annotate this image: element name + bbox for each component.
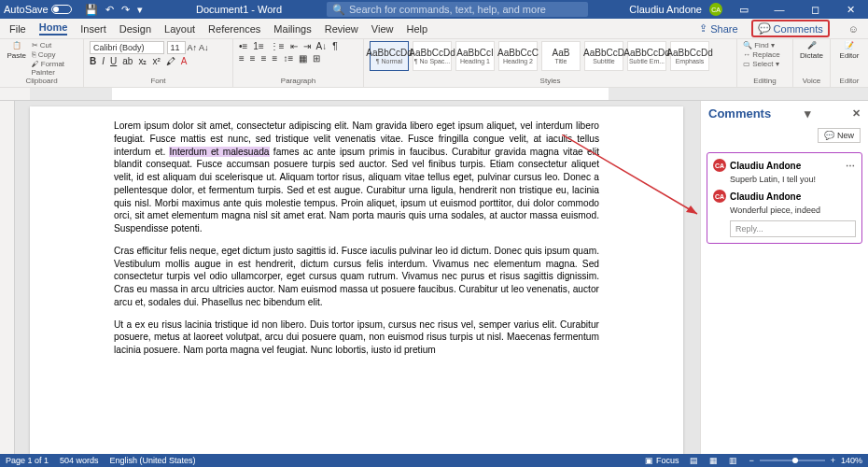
save-icon[interactable]: 💾 [85,4,98,16]
user-avatar[interactable]: CA [709,3,722,16]
select-button[interactable]: ▭ Select ▾ [743,60,780,68]
style-item[interactable]: AaBbCcCHeading 2 [498,41,538,71]
shrink-font-icon[interactable]: A↓ [199,43,209,52]
zoom-in-icon[interactable]: + [831,456,835,465]
tab-file[interactable]: File [9,23,26,35]
body-paragraph[interactable]: Ut a ex eu risus lacinia tristique id no… [114,318,599,357]
comment-author: Claudiu Andone [730,191,801,202]
show-marks-button[interactable]: ¶ [332,41,337,51]
indent-inc-button[interactable]: ⇥ [303,41,311,51]
line-spacing-button[interactable]: ↕≡ [283,53,293,64]
share-button[interactable]: ⇪Share [699,22,737,35]
style-item[interactable]: AaBbCcIHeading 1 [455,41,495,71]
align-left-button[interactable]: ≡ [239,53,245,64]
style-item[interactable]: AaBbCcDd¶ Normal [370,41,409,71]
view-print-icon[interactable]: ▦ [709,456,718,465]
zoom-slider[interactable] [760,460,825,461]
zoom-out-icon[interactable]: − [749,456,753,465]
minimize-icon[interactable]: — [765,4,793,15]
user-name[interactable]: Claudiu Andone [629,4,702,15]
borders-button[interactable]: ⊞ [313,53,320,64]
chevron-down-icon[interactable]: ▾ [805,106,811,120]
strike-button[interactable]: ab [122,56,133,66]
editor-icon: 📝 [845,41,854,50]
tab-mailings[interactable]: Mailings [273,23,311,35]
align-right-button[interactable]: ≡ [261,53,267,64]
style-item[interactable]: AaBbCcDd¶ No Spac... [413,41,452,71]
comments-button[interactable]: 💬Comments [751,20,830,37]
font-size-combo[interactable]: 11 [167,41,186,54]
indent-dec-button[interactable]: ⇤ [290,41,298,51]
body-paragraph[interactable]: Cras efficitur felis neque, eget dictum … [114,245,599,309]
focus-mode-button[interactable]: ▣ Focus [645,456,679,465]
comment-author: Claudiu Andone [730,161,801,171]
tab-home[interactable]: Home [39,21,68,35]
multilevel-button[interactable]: ⋮≡ [270,41,285,51]
replace-button[interactable]: ↔ Replace [743,50,780,59]
comment-text: Superb Latin, I tell you! [730,175,856,184]
group-voice-label: Voice [799,77,824,85]
style-item[interactable]: AaBbCcDdEmphasis [670,41,709,71]
tab-design[interactable]: Design [119,23,151,35]
paste-button[interactable]: 📋 Paste [6,41,28,60]
tab-layout[interactable]: Layout [164,23,195,35]
document-page[interactable]: Lorem ipsum dolor sit amet, consectetur … [30,106,683,454]
grow-font-icon[interactable]: A↑ [188,43,198,52]
style-item[interactable]: AaBTitle [541,41,581,71]
subscript-button[interactable]: x₂ [138,56,147,66]
horizontal-ruler[interactable] [0,88,868,101]
zoom-control[interactable]: − + 140% [749,456,862,465]
reply-input[interactable]: Reply... [730,220,856,237]
align-center-button[interactable]: ≡ [250,53,256,64]
commented-text[interactable]: Interdum et malesuada [169,147,269,157]
underline-button[interactable]: U [110,56,117,66]
highlight-button[interactable]: 🖍 [166,56,175,66]
new-comment-button[interactable]: 💬New [818,128,861,143]
tab-view[interactable]: View [371,23,394,35]
style-item[interactable]: AaBbCcDdSubtle Em... [627,41,666,71]
close-pane-icon[interactable]: ✕ [852,107,861,120]
vertical-ruler[interactable] [0,101,15,454]
bullets-button[interactable]: •≡ [239,41,247,51]
bold-button[interactable]: B [90,56,96,66]
font-name-combo[interactable]: Calibri (Body) [90,41,164,54]
cut-button[interactable]: ✂ Cut [32,41,77,50]
view-read-icon[interactable]: ▤ [690,456,698,465]
zoom-level[interactable]: 140% [841,456,862,465]
dictate-button[interactable]: 🎤Dictate [799,41,824,60]
comment-menu-icon[interactable]: ⋯ [846,161,856,171]
undo-icon[interactable]: ↶ [105,4,114,16]
justify-button[interactable]: ≡ [273,53,278,64]
body-paragraph[interactable]: Lorem ipsum dolor sit amet, consectetur … [114,120,599,235]
page-indicator[interactable]: Page 1 of 1 [6,456,49,465]
ribbon-options-icon[interactable]: ▭ [730,4,758,16]
style-item[interactable]: AaBbCcDSubtitle [584,41,623,71]
feedback-icon[interactable]: ☺ [848,23,859,35]
font-color-button[interactable]: A [181,56,188,66]
shading-button[interactable]: ▦ [299,53,307,64]
search-box[interactable]: 🔍 Search for commands, text, help, and m… [327,2,588,17]
redo-icon[interactable]: ↷ [121,4,130,16]
italic-button[interactable]: I [102,56,105,66]
format-painter-button[interactable]: 🖌 Format Painter [32,60,77,77]
tab-insert[interactable]: Insert [80,23,106,35]
maximize-icon[interactable]: ◻ [801,4,829,16]
comment-thread[interactable]: CA Claudiu Andone ⋯ Superb Latin, I tell… [707,152,862,244]
word-count[interactable]: 504 words [60,456,99,465]
sort-button[interactable]: A↓ [316,41,328,51]
styles-gallery[interactable]: AaBbCcDd¶ NormalAaBbCcDd¶ No Spac...AaBb… [370,41,731,77]
document-title: Document1 - Word [196,4,282,15]
editor-button[interactable]: 📝Editor [836,41,862,60]
superscript-button[interactable]: x² [152,56,160,66]
tab-review[interactable]: Review [325,23,358,35]
find-button[interactable]: 🔍 Find ▾ [743,41,780,50]
language-indicator[interactable]: English (United States) [110,456,196,465]
view-web-icon[interactable]: ▥ [729,456,737,465]
copy-button[interactable]: ⎘ Copy [32,50,77,59]
tab-help[interactable]: Help [406,23,427,35]
qat-dropdown-icon[interactable]: ▾ [137,4,143,16]
tab-references[interactable]: References [208,23,260,35]
numbering-button[interactable]: 1≡ [253,41,263,51]
autosave-toggle[interactable]: AutoSave [4,4,72,15]
close-icon[interactable]: ✕ [836,4,864,16]
